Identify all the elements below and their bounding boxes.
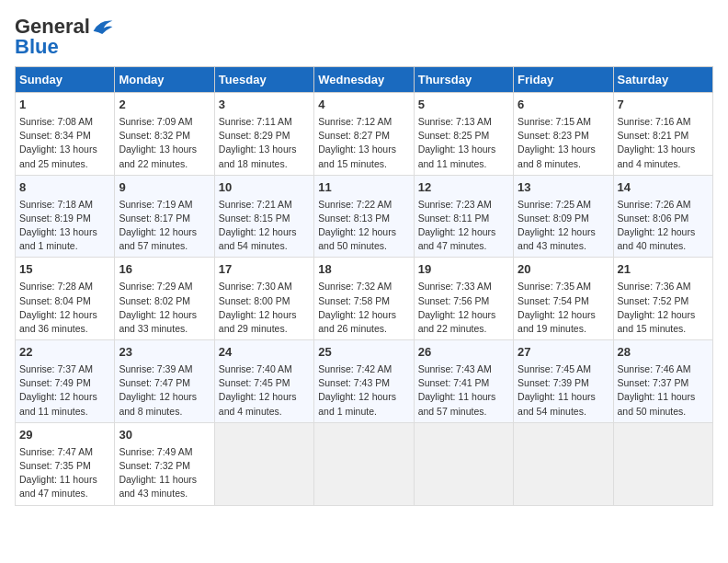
day-info: Sunset: 8:27 PM: [318, 129, 409, 143]
day-number: 20: [518, 261, 609, 279]
column-header-monday: Monday: [115, 67, 214, 93]
day-info: Daylight: 12 hours and 43 minutes.: [518, 225, 609, 253]
calendar-cell: [613, 422, 712, 505]
calendar-cell: 19Sunrise: 7:33 AMSunset: 7:56 PMDayligh…: [414, 258, 513, 340]
day-number: 26: [418, 344, 509, 362]
day-number: 12: [418, 179, 509, 197]
calendar-cell: 25Sunrise: 7:42 AMSunset: 7:43 PMDayligh…: [314, 340, 414, 423]
day-info: Sunrise: 7:29 AM: [119, 280, 210, 293]
day-info: Daylight: 12 hours and 11 minutes.: [19, 390, 110, 418]
day-number: 5: [418, 97, 509, 114]
day-number: 13: [518, 179, 609, 197]
calendar-cell: 2Sunrise: 7:09 AMSunset: 8:32 PMDaylight…: [115, 93, 214, 176]
day-number: 30: [119, 427, 210, 444]
calendar-cell: 22Sunrise: 7:37 AMSunset: 7:49 PMDayligh…: [16, 340, 115, 423]
day-info: Sunrise: 7:35 AM: [518, 280, 609, 293]
day-number: 10: [219, 179, 310, 197]
logo-blue-text: Blue: [15, 35, 59, 59]
day-info: Sunset: 7:52 PM: [618, 294, 709, 308]
calendar-cell: 20Sunrise: 7:35 AMSunset: 7:54 PMDayligh…: [514, 258, 613, 340]
day-info: Sunset: 7:32 PM: [119, 459, 210, 473]
day-info: Sunset: 7:35 PM: [19, 459, 110, 473]
day-info: Sunset: 8:13 PM: [318, 212, 409, 225]
day-info: Sunrise: 7:19 AM: [119, 198, 210, 212]
day-info: Sunrise: 7:13 AM: [418, 115, 509, 129]
day-number: 29: [19, 427, 110, 444]
day-info: Sunrise: 7:11 AM: [219, 115, 310, 129]
day-info: Daylight: 12 hours and 33 minutes.: [119, 308, 210, 336]
day-info: Sunset: 8:15 PM: [219, 212, 310, 225]
calendar-cell: 5Sunrise: 7:13 AMSunset: 8:25 PMDaylight…: [414, 93, 513, 176]
day-info: Daylight: 11 hours and 57 minutes.: [418, 390, 509, 418]
column-header-thursday: Thursday: [414, 67, 513, 93]
calendar-cell: 17Sunrise: 7:30 AMSunset: 8:00 PMDayligh…: [214, 258, 313, 340]
day-number: 27: [518, 344, 609, 362]
day-info: Daylight: 11 hours and 50 minutes.: [618, 390, 709, 418]
day-info: Sunrise: 7:32 AM: [318, 280, 409, 293]
logo: General Blue: [15, 15, 114, 59]
day-info: Daylight: 13 hours and 11 minutes.: [418, 143, 509, 170]
column-header-saturday: Saturday: [613, 67, 712, 93]
day-number: 21: [618, 261, 709, 279]
day-info: Sunset: 7:45 PM: [219, 376, 310, 390]
day-info: Sunrise: 7:09 AM: [119, 115, 210, 129]
day-info: Daylight: 13 hours and 8 minutes.: [518, 143, 609, 170]
day-info: Daylight: 13 hours and 4 minutes.: [618, 143, 709, 170]
day-info: Sunset: 8:11 PM: [418, 212, 509, 225]
calendar-cell: 15Sunrise: 7:28 AMSunset: 8:04 PMDayligh…: [16, 258, 115, 340]
day-info: Sunset: 8:34 PM: [19, 129, 110, 143]
day-info: Sunset: 8:21 PM: [618, 129, 709, 143]
day-info: Sunrise: 7:18 AM: [19, 198, 110, 212]
column-header-sunday: Sunday: [16, 67, 115, 93]
day-info: Daylight: 13 hours and 15 minutes.: [318, 143, 409, 170]
calendar-cell: 3Sunrise: 7:11 AMSunset: 8:29 PMDaylight…: [214, 93, 313, 176]
day-info: Sunset: 8:25 PM: [418, 129, 509, 143]
day-info: Daylight: 12 hours and 29 minutes.: [219, 308, 310, 336]
day-info: Sunrise: 7:46 AM: [618, 362, 709, 376]
calendar-cell: 18Sunrise: 7:32 AMSunset: 7:58 PMDayligh…: [314, 258, 414, 340]
day-number: 3: [219, 97, 310, 114]
day-info: Daylight: 12 hours and 22 minutes.: [418, 308, 509, 336]
day-number: 2: [119, 97, 210, 114]
calendar-cell: 11Sunrise: 7:22 AMSunset: 8:13 PMDayligh…: [314, 175, 414, 258]
day-info: Sunset: 8:02 PM: [119, 294, 210, 308]
day-info: Daylight: 12 hours and 40 minutes.: [618, 225, 709, 253]
calendar-header-row: SundayMondayTuesdayWednesdayThursdayFrid…: [16, 67, 713, 93]
day-info: Daylight: 11 hours and 47 minutes.: [19, 473, 110, 500]
day-info: Sunrise: 7:23 AM: [418, 198, 509, 212]
day-info: Daylight: 12 hours and 19 minutes.: [518, 308, 609, 336]
column-header-tuesday: Tuesday: [214, 67, 313, 93]
day-info: Sunrise: 7:43 AM: [418, 362, 509, 376]
calendar-cell: 6Sunrise: 7:15 AMSunset: 8:23 PMDaylight…: [514, 93, 613, 176]
calendar-cell: 16Sunrise: 7:29 AMSunset: 8:02 PMDayligh…: [115, 258, 214, 340]
day-number: 25: [318, 344, 409, 362]
day-info: Daylight: 11 hours and 43 minutes.: [119, 473, 210, 500]
day-info: Sunrise: 7:28 AM: [19, 280, 110, 293]
day-number: 9: [119, 179, 210, 197]
day-number: 4: [318, 97, 409, 114]
day-info: Sunrise: 7:42 AM: [318, 362, 409, 376]
calendar-table: SundayMondayTuesdayWednesdayThursdayFrid…: [15, 66, 713, 506]
day-info: Daylight: 12 hours and 26 minutes.: [318, 308, 409, 336]
day-info: Daylight: 12 hours and 50 minutes.: [318, 225, 409, 253]
day-info: Sunrise: 7:08 AM: [19, 115, 110, 129]
calendar-cell: 24Sunrise: 7:40 AMSunset: 7:45 PMDayligh…: [214, 340, 313, 423]
day-info: Sunrise: 7:45 AM: [518, 362, 609, 376]
day-info: Sunset: 7:54 PM: [518, 294, 609, 308]
calendar-cell: [314, 422, 414, 505]
column-header-friday: Friday: [514, 67, 613, 93]
calendar-cell: 10Sunrise: 7:21 AMSunset: 8:15 PMDayligh…: [214, 175, 313, 258]
page-header: General Blue: [15, 15, 713, 59]
day-info: Sunset: 7:58 PM: [318, 294, 409, 308]
day-info: Sunrise: 7:12 AM: [318, 115, 409, 129]
day-info: Sunset: 7:49 PM: [19, 376, 110, 390]
logo-bird-icon: [92, 17, 114, 36]
calendar-week-row: 1Sunrise: 7:08 AMSunset: 8:34 PMDaylight…: [16, 93, 713, 176]
day-info: Daylight: 12 hours and 15 minutes.: [618, 308, 709, 336]
calendar-cell: 27Sunrise: 7:45 AMSunset: 7:39 PMDayligh…: [514, 340, 613, 423]
day-number: 19: [418, 261, 509, 279]
day-number: 23: [119, 344, 210, 362]
calendar-week-row: 15Sunrise: 7:28 AMSunset: 8:04 PMDayligh…: [16, 258, 713, 340]
calendar-cell: [214, 422, 313, 505]
calendar-cell: 23Sunrise: 7:39 AMSunset: 7:47 PMDayligh…: [115, 340, 214, 423]
